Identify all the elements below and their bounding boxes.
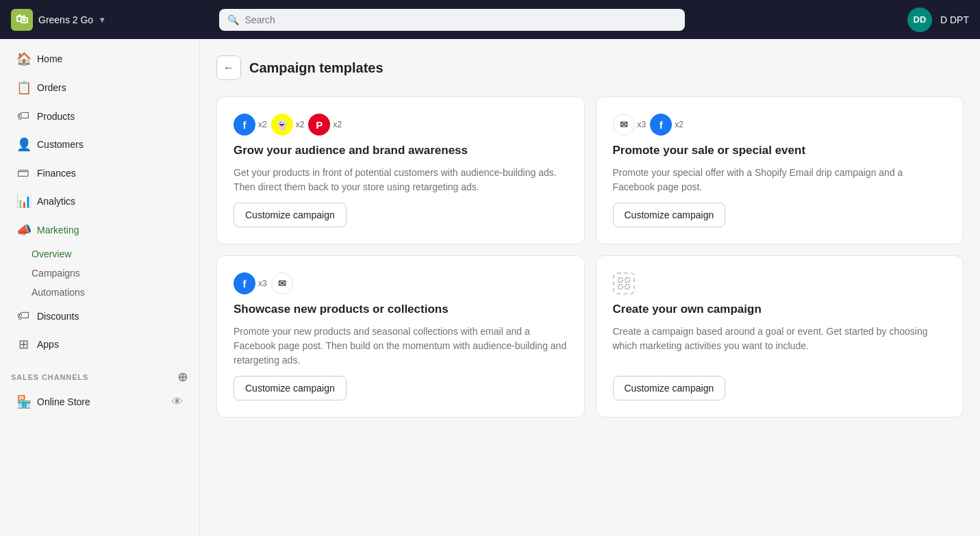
facebook-count: x2 — [675, 120, 683, 129]
card-icons: ✉ x3 f x2 — [613, 114, 947, 136]
snapchat-channel: 👻 x2 — [271, 114, 305, 136]
campaign-card-grow-audience: f x2 👻 x2 P x2 Grow your audience and br… — [216, 97, 585, 244]
orders-icon: 📋 — [16, 80, 30, 95]
sidebar-item-label: Analytics — [37, 196, 75, 207]
discounts-icon: 🏷 — [16, 309, 30, 323]
card-icons: f x3 ✉ — [234, 272, 568, 294]
svg-rect-3 — [625, 285, 629, 289]
card-description: Promote your new products and seasonal c… — [234, 324, 568, 368]
facebook-channel: f x2 — [234, 114, 267, 136]
sidebar-item-orders[interactable]: 📋 Orders — [5, 73, 194, 102]
cards-grid: f x2 👻 x2 P x2 Grow your audience and br… — [216, 97, 964, 418]
card-title: Showcase new products or collections — [234, 303, 568, 316]
sidebar-item-customers[interactable]: 👤 Customers — [5, 130, 194, 159]
sidebar-item-label: Discounts — [37, 311, 79, 322]
visibility-icon: 👁 — [172, 396, 183, 408]
store-name: Greens 2 Go — [38, 14, 93, 25]
card-icons: f x2 👻 x2 P x2 — [234, 114, 568, 136]
sidebar-item-marketing[interactable]: 📣 Marketing — [5, 216, 194, 244]
search-input[interactable] — [244, 14, 677, 25]
home-icon: 🏠 — [16, 51, 30, 66]
facebook-channel: f x2 — [650, 114, 683, 136]
sidebar: 🏠 Home 📋 Orders 🏷 Products 👤 Customers 🗃… — [0, 39, 200, 536]
topbar-right: DD D DPT — [907, 8, 969, 32]
email-icon: ✉ — [271, 272, 293, 294]
facebook-icon: f — [234, 114, 255, 136]
custom-campaign-icon — [613, 272, 635, 294]
facebook-count: x3 — [258, 279, 267, 288]
card-icons — [613, 272, 947, 294]
facebook-channel: f x3 — [234, 272, 267, 294]
sidebar-item-label: Orders — [37, 82, 66, 93]
card-description: Get your products in front of potential … — [234, 166, 568, 194]
sidebar-item-label: Products — [37, 111, 75, 122]
sidebar-item-label: Home — [37, 53, 62, 64]
customize-campaign-button-4[interactable]: Customize campaign — [613, 376, 726, 400]
customers-icon: 👤 — [16, 137, 30, 152]
add-sales-channel-icon[interactable]: ⊕ — [177, 370, 188, 385]
finances-icon: 🗃 — [16, 166, 30, 180]
user-name: D DPT — [940, 14, 969, 25]
topbar: 🛍 Greens 2 Go ▾ 🔍 DD D DPT — [0, 0, 980, 39]
shopify-logo-icon: 🛍 — [11, 9, 33, 31]
customize-campaign-button-3[interactable]: Customize campaign — [234, 376, 347, 400]
card-description: Create a campaign based around a goal or… — [613, 324, 947, 368]
snapchat-count: x2 — [296, 120, 305, 129]
products-icon: 🏷 — [16, 109, 30, 123]
sidebar-sub-overview[interactable]: Overview — [0, 244, 199, 264]
sidebar-item-online-store[interactable]: 🏪 Online Store 👁 — [5, 387, 194, 416]
marketing-icon: 📣 — [16, 222, 30, 238]
customize-campaign-button-2[interactable]: Customize campaign — [613, 203, 726, 227]
snapchat-icon: 👻 — [271, 114, 293, 136]
sidebar-item-products[interactable]: 🏷 Products — [5, 102, 194, 130]
chevron-down-icon: ▾ — [100, 15, 104, 25]
back-arrow-icon: ← — [223, 62, 234, 74]
campaign-card-showcase-products: f x3 ✉ Showcase new products or collecti… — [216, 255, 585, 418]
page-title: Campaign templates — [249, 60, 384, 76]
svg-rect-2 — [618, 285, 623, 289]
apps-icon: ⊞ — [16, 337, 30, 352]
sidebar-sub-automations[interactable]: Automations — [0, 283, 199, 302]
svg-rect-0 — [618, 278, 623, 282]
email-icon: ✉ — [613, 114, 635, 136]
svg-rect-1 — [625, 278, 629, 282]
sidebar-item-analytics[interactable]: 📊 Analytics — [5, 187, 194, 216]
page-header: ← Campaign templates — [216, 55, 964, 80]
sidebar-item-discounts[interactable]: 🏷 Discounts — [5, 302, 194, 330]
pinterest-icon: P — [308, 114, 330, 136]
sidebar-item-home[interactable]: 🏠 Home — [5, 44, 194, 73]
email-channel: ✉ — [271, 272, 293, 294]
campaign-card-promote-sale: ✉ x3 f x2 Promote your sale or special e… — [596, 97, 964, 244]
customize-campaign-button-1[interactable]: Customize campaign — [234, 203, 347, 227]
online-store-icon: 🏪 — [16, 394, 30, 409]
sales-channels-section: SALES CHANNELS ⊕ — [0, 359, 199, 387]
avatar[interactable]: DD — [907, 8, 932, 32]
campaign-card-create-own: Create your own campaign Create a campai… — [596, 255, 964, 418]
sidebar-item-label: Apps — [37, 339, 59, 350]
analytics-icon: 📊 — [16, 194, 30, 209]
sidebar-item-apps[interactable]: ⊞ Apps — [5, 330, 194, 359]
card-description: Promote your special offer with a Shopif… — [613, 166, 947, 194]
search-bar: 🔍 — [219, 9, 685, 31]
sidebar-item-finances[interactable]: 🗃 Finances — [5, 159, 194, 187]
main-content: ← Campaign templates f x2 👻 x2 P — [200, 39, 980, 536]
main-layout: 🏠 Home 📋 Orders 🏷 Products 👤 Customers 🗃… — [0, 39, 980, 536]
card-title: Grow your audience and brand awareness — [234, 144, 568, 157]
card-title: Promote your sale or special event — [613, 144, 947, 157]
sidebar-item-label: Customers — [37, 139, 84, 150]
email-count: x3 — [638, 120, 646, 129]
sidebar-sub-campaigns[interactable]: Campaigns — [0, 264, 199, 283]
facebook-icon: f — [650, 114, 672, 136]
online-store-label: Online Store — [37, 396, 90, 407]
sidebar-item-label: Marketing — [37, 225, 79, 235]
pinterest-channel: P x2 — [308, 114, 342, 136]
search-icon: 🔍 — [227, 14, 239, 25]
facebook-icon: f — [234, 272, 255, 294]
logo[interactable]: 🛍 Greens 2 Go ▾ — [11, 9, 104, 31]
card-title: Create your own campaign — [613, 303, 947, 316]
sidebar-item-label: Finances — [37, 168, 76, 179]
back-button[interactable]: ← — [216, 55, 241, 80]
pinterest-count: x2 — [333, 120, 342, 129]
email-channel: ✉ x3 — [613, 114, 646, 136]
facebook-count: x2 — [258, 120, 267, 129]
